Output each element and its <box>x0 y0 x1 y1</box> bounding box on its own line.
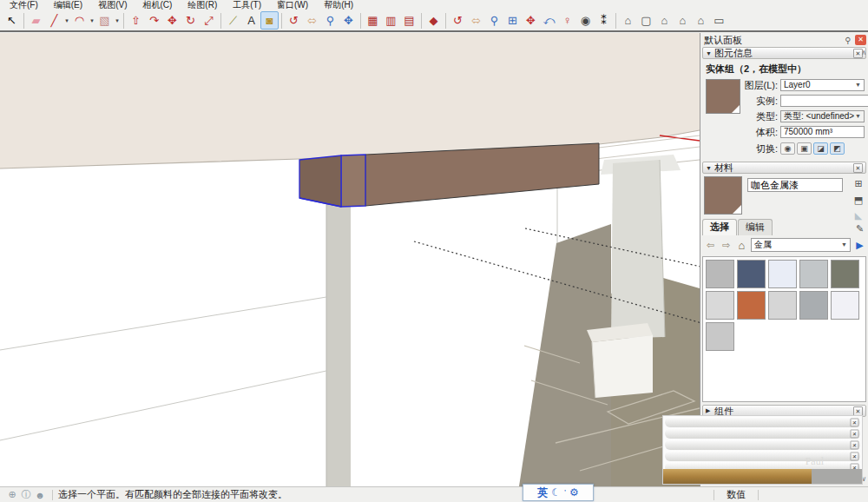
menu-edit[interactable]: 编辑(E) <box>48 0 89 10</box>
entity-material-swatch[interactable] <box>706 79 740 114</box>
cast-shadows-toggle[interactable]: ◩ <box>830 142 845 155</box>
close-icon[interactable]: ✕ <box>851 440 859 449</box>
view-right-button[interactable]: ▭ <box>710 11 728 30</box>
scale-tool-button[interactable]: ⤢ <box>200 11 218 30</box>
rotate-tool-button[interactable]: ↻ <box>181 11 200 30</box>
locked-toggle[interactable]: ▣ <box>797 142 812 155</box>
collapsed-panel-bar[interactable]: ✕ <box>665 417 860 427</box>
create-material-button[interactable]: ⊞ <box>852 177 865 190</box>
collapsed-panel-bar[interactable]: ✕ <box>665 428 860 439</box>
menu-tools[interactable]: 工具(T) <box>227 0 267 10</box>
menu-camera[interactable]: 相机(C) <box>136 0 178 10</box>
gear-icon[interactable]: ⚙ <box>569 485 579 500</box>
collapsed-panel-bar[interactable]: ✕ <box>665 439 860 450</box>
type-select[interactable]: 类型: <undefined> ▼ <box>780 110 865 122</box>
view-back-button[interactable]: ⌂ <box>674 11 692 30</box>
arc-tool-button[interactable]: ◠ <box>70 11 89 30</box>
claim-credit-icon[interactable]: ☻ <box>33 490 47 500</box>
menu-draw[interactable]: 绘图(R) <box>181 0 223 10</box>
pan-tool-button[interactable]: ⬄ <box>303 11 321 30</box>
line-tool-dropdown-arrow[interactable]: ▾ <box>63 11 70 30</box>
rectangle-tool-dropdown-arrow[interactable]: ▾ <box>114 11 121 30</box>
instance-input[interactable] <box>780 95 868 107</box>
details-arrow-icon[interactable]: ▶ <box>853 239 866 252</box>
tray-close-button[interactable]: ✕ <box>855 35 866 45</box>
material-swatch-sheet-metal-gray[interactable] <box>799 260 828 288</box>
camera-zoom-extents-tool-button[interactable]: ✥ <box>522 11 540 30</box>
push-pull-tool-button[interactable]: ⇧ <box>127 11 145 30</box>
moon-icon[interactable]: ☾ <box>551 485 561 500</box>
menu-window[interactable]: 窗口(W) <box>271 0 314 10</box>
materials-header[interactable]: ▼ 材料 ✕ <box>702 162 866 174</box>
panel-scroll-up-icon[interactable]: ∧ <box>861 49 866 56</box>
position-camera-tool-button[interactable]: ♀ <box>558 11 576 30</box>
material-swatch-galvanized[interactable] <box>799 291 828 320</box>
material-swatch-diamond-plate[interactable] <box>768 291 797 320</box>
close-icon[interactable]: ✕ <box>851 418 859 426</box>
material-swatch-gunmetal[interactable] <box>831 260 859 288</box>
follow-me-tool-button[interactable]: ↷ <box>145 11 163 30</box>
view-front-button[interactable]: ⌂ <box>655 11 674 30</box>
paint-bucket-tool-button[interactable]: ◙ <box>260 11 279 30</box>
tab-edit[interactable]: 编辑 <box>738 219 773 235</box>
tray-title-bar[interactable]: 默认面板 ⚲ ✕ <box>700 33 868 46</box>
zoom-tool-button[interactable]: ⚲ <box>321 11 339 30</box>
geolocation-icon[interactable]: ⊕ <box>5 489 19 500</box>
viewport[interactable] <box>0 33 700 486</box>
materials-close-button[interactable]: ✕ <box>853 163 863 173</box>
arc-tool-dropdown-arrow[interactable]: ▾ <box>89 11 95 30</box>
table-leg[interactable] <box>326 201 351 486</box>
close-icon[interactable]: ✕ <box>851 429 859 438</box>
sample-paint-button[interactable]: ⬒ <box>852 194 865 207</box>
view-iso-button[interactable]: ⌂ <box>619 11 637 30</box>
eraser-tool-button[interactable]: ▰ <box>27 11 45 30</box>
tape-measure-tool-button[interactable]: ⟋ <box>224 11 242 30</box>
look-around-tool-button[interactable]: ◉ <box>576 11 595 30</box>
material-swatch-aluminum[interactable] <box>706 260 734 288</box>
close-icon[interactable]: ✕ <box>851 452 859 460</box>
zoom-extents-tool-button[interactable]: ✥ <box>339 11 358 30</box>
pedestal-front[interactable] <box>592 335 653 398</box>
move-tool-button[interactable]: ✥ <box>163 11 181 30</box>
back-arrow-icon[interactable]: ⇦ <box>704 239 717 252</box>
tab-select[interactable]: 选择 <box>702 219 737 235</box>
menu-view[interactable]: 视图(V) <box>92 0 133 10</box>
entity-info-header[interactable]: ▼ 图元信息 ✕ <box>702 47 866 59</box>
material-preview-swatch[interactable] <box>704 176 742 215</box>
orbit-tool-button[interactable]: ↺ <box>285 11 303 30</box>
material-swatch-polished-white[interactable] <box>831 291 859 320</box>
menu-help[interactable]: 帮助(H) <box>318 0 359 10</box>
material-swatch-rusted-metal[interactable] <box>737 291 766 320</box>
select-tool-button[interactable]: ↖ <box>3 11 21 30</box>
pin-icon[interactable]: ⚲ <box>843 36 853 45</box>
help-icon[interactable]: ⓘ <box>19 488 33 501</box>
camera-pan-tool-button[interactable]: ⬄ <box>467 11 485 30</box>
view-top-button[interactable]: ▢ <box>637 11 655 30</box>
hidden-toggle[interactable]: ◉ <box>780 142 795 155</box>
walk-tool-button[interactable]: ⁑ <box>595 11 613 30</box>
display-section-cuts-toggle[interactable]: ▤ <box>400 11 418 30</box>
menu-file[interactable]: 文件(F) <box>3 0 44 10</box>
zoom-previous-tool-button[interactable]: ⤺ <box>540 11 558 30</box>
forward-arrow-icon[interactable]: ⇨ <box>720 239 733 252</box>
camera-zoom-tool-button[interactable]: ⚲ <box>485 11 503 30</box>
home-icon[interactable]: ⌂ <box>735 239 748 252</box>
display-section-planes-toggle[interactable]: ▥ <box>382 11 400 30</box>
material-swatch-white-corrugated[interactable] <box>768 260 797 288</box>
material-swatch-blue-metal-grid[interactable] <box>737 260 766 288</box>
material-name-input[interactable] <box>747 178 843 192</box>
section-plane-tool-button[interactable]: ▦ <box>364 11 382 30</box>
pencil-icon[interactable]: ✎ <box>853 222 866 235</box>
collapsed-panel-bar[interactable]: ✕ <box>665 451 860 461</box>
components-close-button[interactable]: ✕ <box>853 406 863 416</box>
punctuation-icon[interactable]: ’ <box>564 485 566 500</box>
material-swatch-brushed-steel[interactable] <box>706 291 734 320</box>
camera-orbit-tool-button[interactable]: ↺ <box>449 11 467 30</box>
layer-select[interactable]: Layer0 ▼ <box>780 79 865 91</box>
material-swatch-silver-metal[interactable] <box>706 322 734 351</box>
rectangle-tool-button[interactable]: ▧ <box>95 11 114 30</box>
line-tool-button[interactable]: ╱ <box>45 11 63 30</box>
material-category-select[interactable]: 金属 ▼ <box>751 238 851 252</box>
view-left-button[interactable]: ⌂ <box>692 11 710 30</box>
shadows-toggle[interactable]: ◆ <box>424 11 443 30</box>
